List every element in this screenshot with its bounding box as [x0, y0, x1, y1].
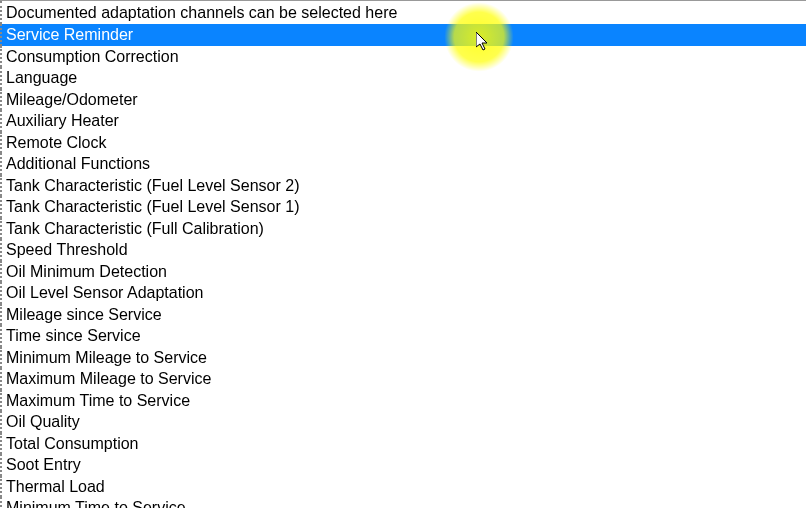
list-item[interactable]: Auxiliary Heater: [0, 110, 806, 132]
list-item[interactable]: Maximum Time to Service: [0, 390, 806, 412]
list-item[interactable]: Tank Characteristic (Fuel Level Sensor 1…: [0, 196, 806, 218]
list-item[interactable]: Oil Minimum Detection: [0, 261, 806, 283]
list-item[interactable]: Total Consumption: [0, 433, 806, 455]
list-item[interactable]: Oil Level Sensor Adaptation: [0, 282, 806, 304]
list-item[interactable]: Maximum Mileage to Service: [0, 368, 806, 390]
list-header: Documented adaptation channels can be se…: [0, 1, 806, 24]
list-item[interactable]: Mileage/Odometer: [0, 89, 806, 111]
list-item[interactable]: Soot Entry: [0, 454, 806, 476]
list-item[interactable]: Speed Threshold: [0, 239, 806, 261]
list-item[interactable]: Service Reminder: [0, 24, 806, 46]
list-item[interactable]: Tank Characteristic (Full Calibration): [0, 218, 806, 240]
list-item[interactable]: Thermal Load: [0, 476, 806, 498]
list-item[interactable]: Time since Service: [0, 325, 806, 347]
list-item[interactable]: Tank Characteristic (Fuel Level Sensor 2…: [0, 175, 806, 197]
list-item[interactable]: Minimum Time to Service: [0, 497, 806, 508]
list-item[interactable]: Minimum Mileage to Service: [0, 347, 806, 369]
adaptation-channel-list: Documented adaptation channels can be se…: [0, 0, 806, 508]
list-item[interactable]: Remote Clock: [0, 132, 806, 154]
list-item[interactable]: Additional Functions: [0, 153, 806, 175]
list-item[interactable]: Language: [0, 67, 806, 89]
list-item[interactable]: Oil Quality: [0, 411, 806, 433]
list-item[interactable]: Consumption Correction: [0, 46, 806, 68]
list-item[interactable]: Mileage since Service: [0, 304, 806, 326]
